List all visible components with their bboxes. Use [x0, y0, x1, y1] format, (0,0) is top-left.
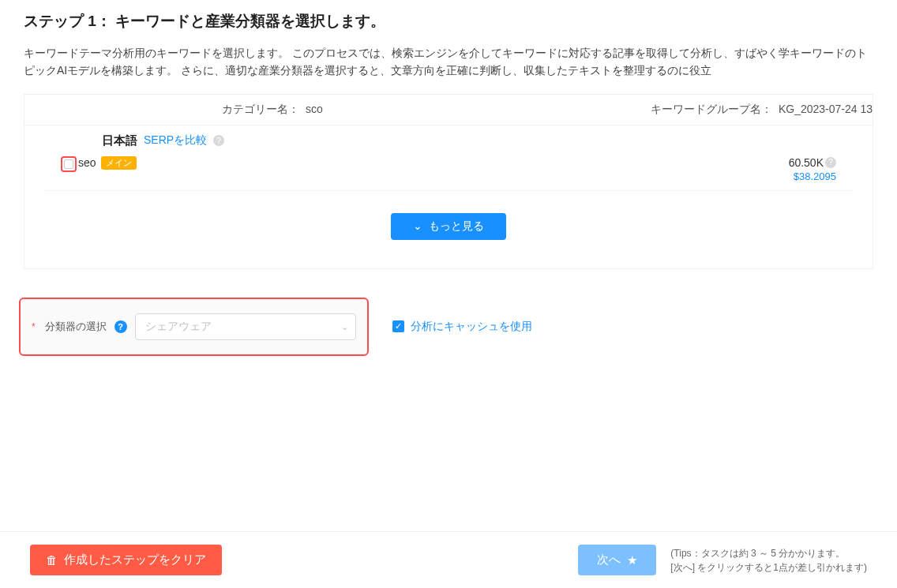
- category-value: sco: [306, 103, 323, 115]
- card-header: カテゴリー名： sco キーワードグループ名： KG_2023-07-24 13: [24, 95, 873, 125]
- compare-serp-link[interactable]: SERPを比較: [144, 133, 207, 148]
- keyword-group-value: KG_2023-07-24 13: [779, 103, 873, 115]
- help-icon[interactable]: ?: [114, 320, 127, 333]
- tips-line-1: (Tips：タスクは約 3 ～ 5 分かかります。: [670, 546, 867, 560]
- keyword-checkbox-highlight: [61, 156, 77, 172]
- keyword-checkbox[interactable]: [64, 159, 73, 169]
- classifier-placeholder: シェアウェア: [145, 320, 212, 334]
- cache-label[interactable]: 分析にキャッシュを使用: [411, 320, 532, 334]
- keyword-main-badge: メイン: [101, 156, 137, 170]
- clear-steps-button[interactable]: 🗑 作成したステップをクリア: [30, 545, 222, 575]
- category-label: カテゴリー名：: [222, 103, 299, 115]
- tips-text: (Tips：タスクは約 3 ～ 5 分かかります。 [次へ] をクリックすると1…: [670, 546, 867, 575]
- keyword-cpc: $38.2095: [789, 170, 836, 182]
- keyword-name: seo: [78, 156, 96, 169]
- keyword-card: カテゴリー名： sco キーワードグループ名： KG_2023-07-24 13…: [24, 94, 873, 269]
- help-icon[interactable]: ?: [825, 157, 836, 168]
- help-icon[interactable]: ?: [213, 135, 224, 146]
- trash-icon: 🗑: [46, 553, 58, 567]
- next-button[interactable]: 次へ ★: [578, 545, 656, 575]
- chevron-down-icon: ⌄: [413, 219, 422, 232]
- language-name: 日本語: [102, 133, 137, 148]
- classifier-label: 分類器の選択: [45, 320, 107, 334]
- next-label: 次へ: [597, 552, 621, 567]
- clear-steps-label: 作成したステップをクリア: [64, 552, 206, 567]
- tips-line-2: [次へ] をクリックすると1点が差し引かれます): [670, 560, 867, 575]
- star-icon: ★: [627, 553, 637, 567]
- check-icon: ✓: [395, 321, 402, 331]
- step-description: キーワードテーマ分析用のキーワードを選択します。 このプロセスでは、検索エンジン…: [24, 44, 873, 80]
- keyword-group-label: キーワードグループ名：: [651, 103, 772, 115]
- see-more-button[interactable]: ⌄ もっと見る: [391, 213, 506, 240]
- classifier-select-group: * 分類器の選択 ? シェアウェア ⌄: [19, 298, 369, 356]
- see-more-label: もっと見る: [429, 219, 484, 234]
- language-row: 日本語 SERPを比較 ?: [24, 125, 873, 153]
- classifier-select[interactable]: シェアウェア: [135, 313, 356, 340]
- cache-checkbox[interactable]: ✓: [392, 320, 404, 332]
- footer-bar: 🗑 作成したステップをクリア 次へ ★ (Tips：タスクは約 3 ～ 5 分か…: [0, 531, 897, 588]
- keyword-volume: 60.50K: [789, 156, 824, 169]
- required-star-icon: *: [32, 321, 36, 332]
- keyword-row: seo メイン 60.50K ? $38.2095: [45, 153, 852, 191]
- step-title: ステップ 1： キーワードと産業分類器を選択します。: [24, 11, 873, 32]
